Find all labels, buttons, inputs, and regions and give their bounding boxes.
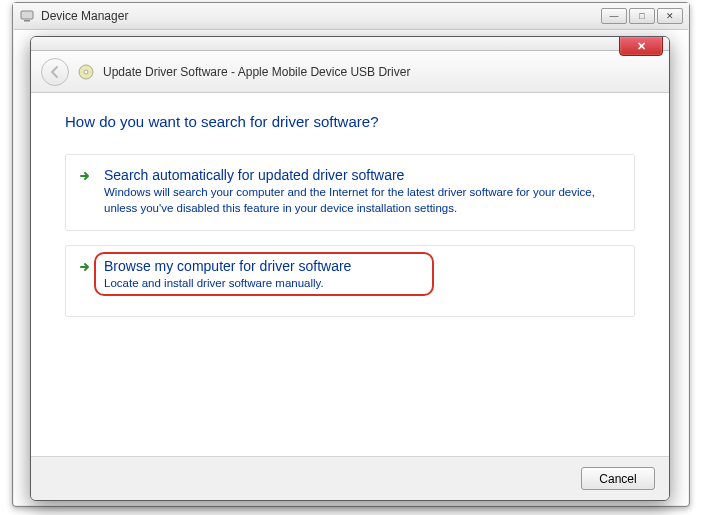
- dialog-question: How do you want to search for driver sof…: [65, 113, 635, 130]
- dialog-header: Update Driver Software - Apple Mobile De…: [31, 51, 669, 93]
- svg-rect-0: [21, 11, 33, 19]
- option-search-automatically[interactable]: Search automatically for updated driver …: [65, 154, 635, 231]
- dialog-close-button[interactable]: ✕: [619, 36, 663, 56]
- option-desc: Locate and install driver software manua…: [104, 276, 620, 292]
- option-desc: Windows will search your computer and th…: [104, 185, 620, 216]
- option-title: Search automatically for updated driver …: [104, 167, 620, 183]
- dialog-body: How do you want to search for driver sof…: [31, 93, 669, 351]
- option-title: Browse my computer for driver software: [104, 258, 620, 274]
- dialog-footer: Cancel: [31, 456, 669, 500]
- device-manager-icon: [19, 8, 35, 24]
- minimize-button[interactable]: —: [601, 8, 627, 24]
- close-button[interactable]: ✕: [657, 8, 683, 24]
- maximize-button[interactable]: □: [629, 8, 655, 24]
- back-arrow-icon: [48, 65, 62, 79]
- device-manager-title: Device Manager: [41, 9, 128, 23]
- dialog-title: Update Driver Software - Apple Mobile De…: [103, 65, 410, 79]
- back-button[interactable]: [41, 58, 69, 86]
- update-driver-dialog: ✕ Update Driver Software - Apple Mobile …: [30, 36, 670, 501]
- window-controls: — □ ✕: [601, 8, 683, 24]
- cancel-button[interactable]: Cancel: [581, 467, 655, 490]
- dialog-titlebar: ✕: [31, 37, 669, 51]
- driver-disc-icon: [77, 63, 95, 81]
- option-browse-computer[interactable]: Browse my computer for driver software L…: [65, 245, 635, 317]
- svg-rect-1: [24, 20, 30, 22]
- arrow-right-icon: [78, 169, 92, 187]
- arrow-right-icon: [78, 260, 92, 278]
- device-manager-titlebar: Device Manager — □ ✕: [13, 3, 689, 29]
- svg-point-3: [84, 70, 88, 74]
